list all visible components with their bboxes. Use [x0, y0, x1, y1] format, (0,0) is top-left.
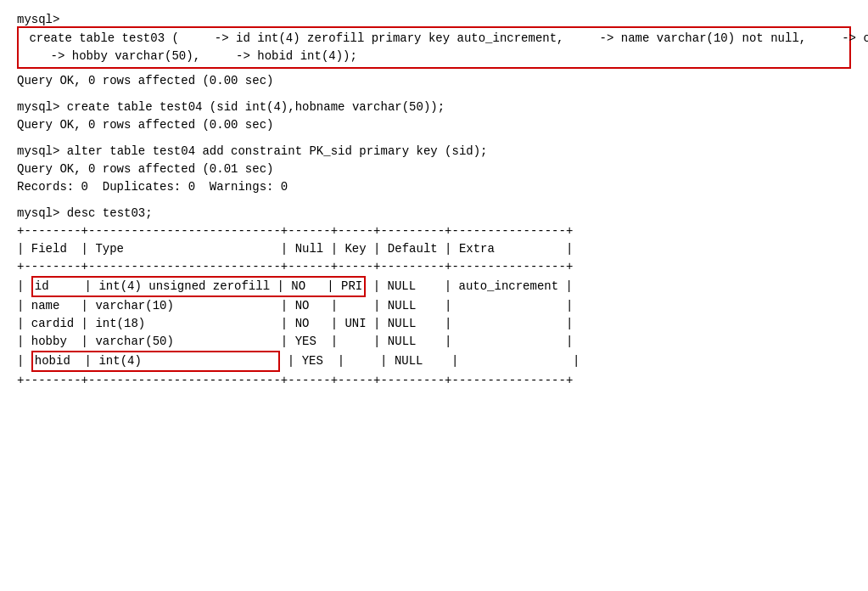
create-line5: -> hobby varchar(50), [22, 49, 200, 63]
create-line2: -> id int(4) zerofill primary key auto_i… [186, 31, 563, 45]
table-row-name: | name | varchar(10) | NO | | NULL | | [17, 297, 851, 315]
table-row-hobby: | hobby | varchar(50) | YES | | NULL | | [17, 333, 851, 351]
table-row-hobid: | hobid | int(4) | YES | | NULL | | [17, 351, 851, 372]
create-line4: -> cardid int(18) not null unique key, [814, 31, 868, 45]
mysql-prompt-1: mysql> [17, 13, 59, 26]
mysql-prompt-4: mysql> [17, 206, 59, 220]
table-row-id: | id | int(4) unsigned zerofill | NO | P… [17, 276, 851, 297]
terminal: mysql> create table test03 ( -> id int(4… [13, 8, 855, 394]
query-ok-1: Query OK, 0 rows affected (0.00 sec) [17, 72, 851, 90]
create-line3: -> name varchar(10) not null, [571, 31, 806, 45]
table-row-cardid: | cardid | int(18) | NO | UNI | NULL | | [17, 315, 851, 333]
query-ok-2: Query OK, 0 rows affected (0.00 sec) [17, 116, 851, 134]
create-test04-line: mysql> create table test04 (sid int(4),h… [17, 98, 851, 116]
create-table-block: create table test03 ( -> id int(4) zerof… [17, 26, 851, 69]
table-border-bot: +--------+---------------------------+--… [17, 372, 851, 390]
alter-table-line: mysql> alter table test04 add constraint… [17, 143, 851, 160]
create-line6: -> hobid int(4)); [207, 49, 356, 63]
records-line: Records: 0 Duplicates: 0 Warnings: 0 [17, 178, 851, 196]
table-header: | Field | Type | Null | Key | Default | … [17, 240, 851, 258]
mysql-prompt-2: mysql> [17, 100, 59, 114]
query-ok-3: Query OK, 0 rows affected (0.01 sec) [17, 160, 851, 178]
table-border-top: +--------+---------------------------+--… [17, 222, 851, 240]
create-line1: create table test03 ( [22, 31, 179, 45]
mysql-prompt-3: mysql> [17, 144, 59, 158]
desc-line: mysql> desc test03; [17, 205, 851, 222]
table-container: +--------+---------------------------+--… [17, 222, 851, 390]
table-border-mid: +--------+---------------------------+--… [17, 258, 851, 276]
